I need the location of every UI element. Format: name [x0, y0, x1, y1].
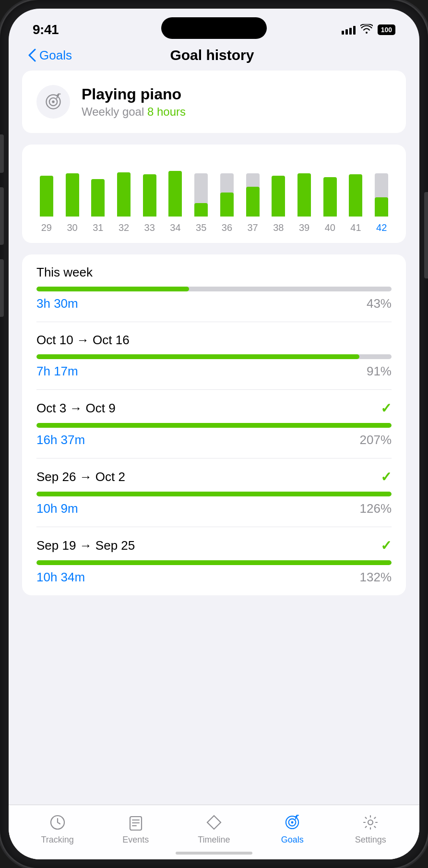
progress-bar-fill [36, 492, 392, 496]
chart-label-week-36: 36 [214, 222, 240, 233]
chart-label-week-33: 33 [137, 222, 163, 233]
chart-card: 2930313233343536373839404142 [22, 145, 406, 243]
chart-label-week-39: 39 [291, 222, 317, 233]
chart-bar-week-36[interactable] [214, 169, 240, 217]
chart-bar-week-41[interactable] [343, 169, 369, 217]
bar-fill [117, 172, 131, 217]
side-button-volume-up[interactable] [0, 187, 4, 245]
bar-fill [220, 193, 234, 217]
tab-goals-label: Goals [281, 835, 304, 845]
tab-bar: Tracking Events Timelin [9, 805, 419, 859]
chart-bar-week-31[interactable] [85, 169, 111, 217]
list-icon [126, 813, 145, 832]
side-button-volume-down[interactable] [0, 259, 4, 317]
tab-events[interactable]: Events [112, 813, 160, 845]
signal-bars-icon [342, 25, 356, 35]
progress-bar-fill [36, 354, 359, 359]
goal-weekly: Weekly goal 8 hours [82, 105, 186, 119]
page-title: Goal history [170, 47, 254, 63]
phone-frame: 9:41 100 [0, 0, 428, 868]
history-item-0[interactable]: This week3h 30m43% [36, 254, 392, 322]
chart-label-week-38: 38 [265, 222, 291, 233]
goals-icon [283, 813, 302, 832]
tab-goals[interactable]: Goals [268, 813, 316, 845]
chart-bar-week-32[interactable] [111, 169, 137, 217]
chart-label-week-31: 31 [85, 222, 111, 233]
chart-bar-week-42[interactable] [369, 169, 394, 217]
signal-bar-1 [342, 31, 344, 35]
history-item-2[interactable]: Oct 3 → Oct 9✓16h 37m207% [36, 390, 392, 458]
tab-timeline[interactable]: Timeline [190, 813, 238, 845]
svg-point-7 [291, 821, 294, 824]
progress-bar-fill [36, 287, 189, 291]
progress-bar-background [36, 354, 392, 359]
status-icons: 100 [342, 24, 395, 36]
goal-hours: 8 hours [147, 105, 186, 118]
bar-fill [323, 177, 337, 217]
side-button-silent[interactable] [0, 134, 4, 173]
chart-label-week-34: 34 [163, 222, 189, 233]
diamond-icon [204, 813, 224, 832]
progress-bar-background [36, 287, 392, 291]
phone-screen: 9:41 100 [9, 9, 419, 859]
chart-bar-week-35[interactable] [188, 169, 214, 217]
goal-name: Playing piano [82, 85, 186, 103]
history-percentage: 207% [360, 433, 392, 447]
chart-labels: 2930313233343536373839404142 [34, 222, 394, 233]
progress-bar-background [36, 423, 392, 428]
nav-bar: Goals Goal history [9, 42, 419, 71]
chart-bar-week-38[interactable] [265, 169, 291, 217]
goal-icon-container [36, 85, 70, 119]
checkmark-icon: ✓ [380, 538, 392, 554]
chart-label-week-42: 42 [369, 222, 394, 233]
signal-bar-2 [345, 29, 348, 35]
tab-settings[interactable]: Settings [346, 813, 394, 845]
bar-fill [194, 203, 208, 217]
bar-fill [143, 174, 156, 217]
history-date: Oct 3 → Oct 9 [36, 401, 116, 416]
side-button-power[interactable] [424, 192, 428, 278]
chart-bar-week-37[interactable] [240, 169, 266, 217]
progress-bar-fill [36, 423, 392, 428]
history-percentage: 132% [360, 570, 392, 585]
bar-fill [246, 187, 260, 217]
main-content: Playing piano Weekly goal 8 hours 293031… [9, 71, 419, 805]
bar-fill [349, 174, 362, 217]
home-indicator [176, 852, 252, 855]
chart-bar-week-40[interactable] [317, 169, 343, 217]
back-button[interactable]: Goals [28, 48, 72, 63]
tab-events-label: Events [122, 835, 149, 845]
history-card: This week3h 30m43%Oct 10 → Oct 167h 17m9… [22, 254, 406, 595]
clock-icon [48, 813, 67, 832]
bar-fill [91, 179, 105, 217]
chart-label-week-41: 41 [343, 222, 369, 233]
bar-fill [168, 171, 182, 217]
checkmark-icon: ✓ [380, 400, 392, 416]
chart-bar-week-39[interactable] [291, 169, 317, 217]
chart-bar-week-30[interactable] [59, 169, 85, 217]
target-icon [44, 92, 63, 111]
history-time: 16h 37m [36, 433, 85, 447]
chart-bars [34, 159, 394, 217]
history-date: Sep 19 → Sep 25 [36, 538, 135, 553]
chart-bar-week-29[interactable] [34, 169, 59, 217]
history-item-4[interactable]: Sep 19 → Sep 25✓10h 34m132% [36, 527, 392, 595]
chart-bar-week-34[interactable] [163, 169, 189, 217]
status-time: 9:41 [33, 22, 59, 37]
history-time: 3h 30m [36, 296, 78, 311]
battery-icon: 100 [378, 24, 395, 35]
history-item-1[interactable]: Oct 10 → Oct 167h 17m91% [36, 322, 392, 390]
history-date: This week [36, 265, 93, 280]
history-percentage: 126% [360, 501, 392, 516]
history-item-3[interactable]: Sep 26 → Oct 2✓10h 9m126% [36, 458, 392, 527]
chart-label-week-40: 40 [317, 222, 343, 233]
tab-tracking[interactable]: Tracking [34, 813, 82, 845]
tab-tracking-label: Tracking [41, 835, 73, 845]
progress-bar-background [36, 560, 392, 565]
chart-bar-week-33[interactable] [137, 169, 163, 217]
back-label: Goals [39, 48, 72, 63]
goal-card: Playing piano Weekly goal 8 hours [22, 71, 406, 133]
chart-label-week-37: 37 [240, 222, 266, 233]
bar-fill [66, 173, 79, 217]
chart-label-week-29: 29 [34, 222, 59, 233]
